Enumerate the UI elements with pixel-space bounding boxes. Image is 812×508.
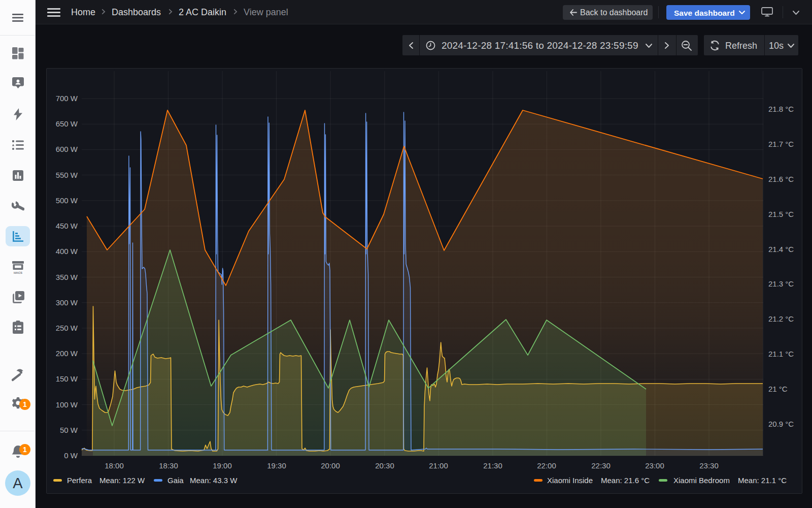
svg-text:HACS: HACS bbox=[14, 271, 22, 274]
